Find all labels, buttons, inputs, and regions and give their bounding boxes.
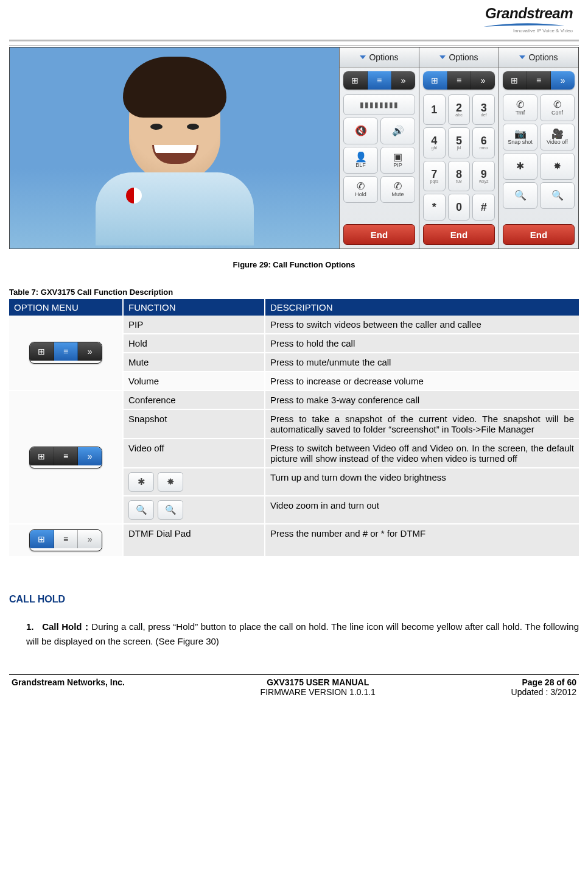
camera-icon: 📷: [514, 129, 527, 139]
segment-list-icon: ≡: [54, 530, 79, 548]
desc-hold: Press to hold the call: [265, 334, 579, 353]
dialpad-digit: #: [481, 202, 487, 213]
dialpad-digit: 9: [481, 169, 487, 180]
dialpad: 12abc3def4ghi5jkl6mno7pqrs8tuv9wxyz*0#: [419, 93, 499, 224]
list-icon: ≡: [536, 76, 541, 85]
dialpad-digit: 8: [456, 169, 462, 180]
option-menu-cell-3: ⊞ ≡ »: [9, 524, 123, 557]
segment-list[interactable]: ≡: [447, 71, 472, 90]
zoom-in-icon: 🔍: [165, 504, 177, 515]
func-snapshot: Snapshot: [123, 409, 265, 439]
options-panel-1: Options ⊞ ≡ » ▮▮▮▮▮▮▮▮ 🔇 🔊 👤BLF ▣PIP ✆Ho…: [339, 48, 419, 249]
segment-list[interactable]: ≡: [527, 71, 551, 90]
end-button-1[interactable]: End: [343, 224, 415, 245]
volume-up-button[interactable]: 🔊: [380, 118, 415, 144]
more-icon: »: [401, 76, 406, 85]
end-button-3[interactable]: End: [503, 224, 575, 245]
mute-label: Mute: [391, 191, 404, 197]
brand-swoosh-icon: [475, 21, 573, 27]
desc-snapshot: Press to take a snapshot of the current …: [265, 409, 579, 439]
func-dtmf: DTMF Dial Pad: [123, 524, 265, 557]
options-label: Options: [369, 52, 398, 62]
desc-mute: Press to mute/unmute the call: [265, 353, 579, 372]
dialpad-key-*[interactable]: *: [423, 194, 446, 221]
dialpad-key-4[interactable]: 4ghi: [423, 127, 446, 158]
zoom-out-icon: 🔍: [514, 191, 527, 200]
zoom-out-button[interactable]: 🔍: [128, 500, 154, 520]
dialpad-key-#[interactable]: #: [472, 194, 495, 221]
func-mute: Mute: [123, 353, 265, 372]
call-hold-paragraph: 1. Call Hold：During a call, press “Hold”…: [26, 620, 579, 649]
options-header[interactable]: Options: [340, 48, 419, 68]
zoom-in-button[interactable]: 🔍: [158, 500, 183, 520]
segment-dialpad[interactable]: ⊞: [503, 71, 527, 90]
pip-button[interactable]: ▣PIP: [380, 147, 415, 174]
option-menu-token-more-selected: ⊞ ≡ »: [29, 447, 102, 468]
func-hold: Hold: [123, 334, 265, 353]
dialpad-digit: 3: [481, 102, 487, 113]
dialpad-letters: jkl: [457, 146, 461, 150]
options-header-2[interactable]: Options: [419, 48, 499, 68]
options-panel-3: Options ⊞ ≡ » ✆Trnf ✆Conf 📷Snap shot 🎥Vi…: [499, 48, 578, 249]
dialpad-key-9[interactable]: 9wxyz: [472, 161, 495, 191]
func-volume: Volume: [123, 372, 265, 390]
list-icon: ≡: [63, 451, 68, 461]
dialpad-letters: def: [481, 113, 487, 117]
dialpad-digit: 6: [481, 135, 487, 146]
call-hold-text: During a call, press “Hold” button to pl…: [26, 621, 579, 646]
brightness-low-button[interactable]: ✱: [128, 472, 154, 492]
segment-dialpad[interactable]: ⊞: [423, 71, 447, 90]
zoom-out-button[interactable]: 🔍: [503, 182, 537, 209]
video-off-button[interactable]: 🎥Video off: [540, 124, 575, 150]
conference-button[interactable]: ✆Conf: [540, 94, 575, 121]
segment-list[interactable]: ≡: [368, 71, 392, 90]
dialpad-key-0[interactable]: 0: [448, 194, 471, 221]
mute-button[interactable]: ✆Mute: [380, 176, 415, 203]
func-conference: Conference: [123, 390, 265, 409]
more-icon: »: [88, 347, 93, 356]
volume-down-button[interactable]: 🔇: [343, 118, 378, 144]
options-header-3[interactable]: Options: [499, 48, 578, 68]
desc-brightness: Turn up and turn down the video brightne…: [265, 468, 579, 496]
end-button-2[interactable]: End: [423, 224, 495, 245]
brightness-down-button[interactable]: ✱: [503, 153, 537, 180]
snapshot-button[interactable]: 📷Snap shot: [503, 124, 537, 150]
segment-more[interactable]: »: [471, 71, 495, 90]
segment-more[interactable]: »: [551, 71, 575, 90]
dialpad-key-8[interactable]: 8tuv: [448, 161, 471, 191]
th-description: DESCRIPTION: [265, 299, 579, 316]
list-icon: ≡: [377, 76, 382, 85]
call-hold-lead: Call Hold：: [42, 621, 91, 632]
blf-button[interactable]: 👤BLF: [343, 147, 378, 174]
dialpad-key-6[interactable]: 6mno: [472, 127, 495, 158]
segment-more[interactable]: »: [391, 71, 415, 90]
zoom-in-button[interactable]: 🔍: [540, 182, 575, 209]
conference-icon: ✆: [553, 100, 561, 110]
options-panel-2: Options ⊞ ≡ » 12abc3def4ghi5jkl6mno7pqrs…: [419, 48, 499, 249]
dialpad-key-2[interactable]: 2abc: [448, 94, 471, 125]
hold-button[interactable]: ✆Hold: [343, 176, 378, 203]
dialpad-key-7[interactable]: 7pqrs: [423, 161, 446, 191]
dialpad-digit: 5: [456, 135, 462, 146]
segment-dialpad-icon: ⊞: [30, 530, 54, 548]
hold-icon: ✆: [357, 182, 365, 191]
chevron-down-icon: [439, 55, 446, 59]
desc-pip: Press to switch videos between the calle…: [265, 316, 579, 334]
zoom-in-icon: 🔍: [551, 191, 564, 200]
trnf-label: Trnf: [516, 110, 525, 116]
volume-slider[interactable]: ▮▮▮▮▮▮▮▮: [343, 94, 415, 115]
footer-center: GXV3175 USER MANUAL FIRMWARE VERSION 1.0…: [261, 677, 376, 697]
dialpad-key-5[interactable]: 5jkl: [448, 127, 471, 158]
dialpad-key-1[interactable]: 1: [423, 94, 446, 125]
transfer-button[interactable]: ✆Trnf: [503, 94, 537, 121]
figure-caption: Figure 29: Call Function Options: [9, 260, 579, 269]
brand-logo: Grandstream Innovative IP Voice & Video: [475, 6, 573, 34]
options-label: Options: [528, 52, 558, 62]
footer-divider: [9, 674, 579, 675]
segment-dialpad[interactable]: ⊞: [343, 71, 368, 90]
mute-icon: ✆: [394, 182, 402, 191]
dialpad-key-3[interactable]: 3def: [472, 94, 495, 125]
th-option-menu: OPTION MENU: [9, 299, 123, 316]
brightness-high-button[interactable]: ✸: [158, 472, 183, 492]
brightness-up-button[interactable]: ✸: [540, 153, 575, 180]
